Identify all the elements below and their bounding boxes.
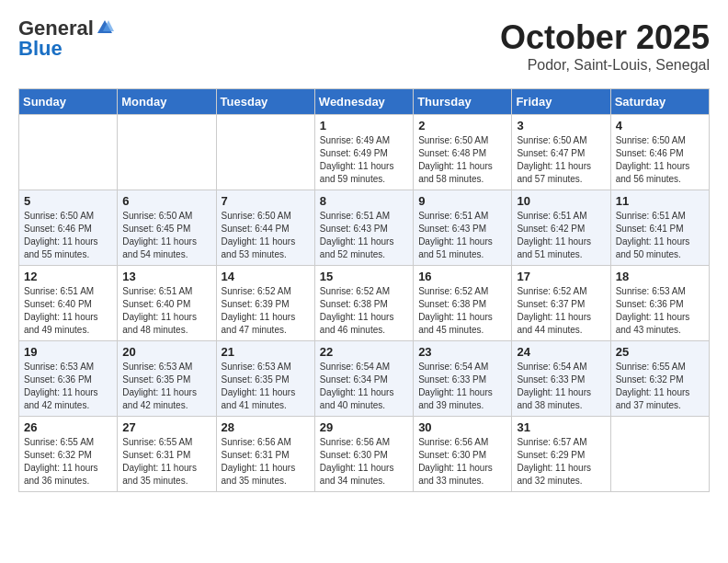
day-number: 20: [122, 345, 210, 359]
calendar-cell: 11Sunrise: 6:51 AM Sunset: 6:41 PM Dayli…: [610, 190, 709, 266]
calendar-cell: 15Sunrise: 6:52 AM Sunset: 6:38 PM Dayli…: [314, 266, 413, 341]
day-number: 7: [222, 194, 310, 208]
day-number: 5: [24, 194, 112, 208]
day-info: Sunrise: 6:57 AM Sunset: 6:29 PM Dayligh…: [517, 436, 605, 488]
day-info: Sunrise: 6:51 AM Sunset: 6:41 PM Dayligh…: [616, 210, 704, 261]
day-info: Sunrise: 6:55 AM Sunset: 6:31 PM Dayligh…: [122, 436, 210, 488]
calendar-cell: [19, 115, 118, 190]
calendar-week-row: 26Sunrise: 6:55 AM Sunset: 6:32 PM Dayli…: [19, 417, 710, 492]
day-info: Sunrise: 6:54 AM Sunset: 6:34 PM Dayligh…: [320, 361, 408, 412]
day-info: Sunrise: 6:52 AM Sunset: 6:39 PM Dayligh…: [222, 285, 310, 337]
location-subtitle: Podor, Saint-Louis, Senegal: [500, 57, 710, 74]
day-number: 6: [122, 194, 210, 208]
day-info: Sunrise: 6:51 AM Sunset: 6:40 PM Dayligh…: [122, 285, 210, 337]
day-number: 8: [320, 194, 408, 208]
calendar-cell: [610, 417, 709, 492]
calendar-header-row: SundayMondayTuesdayWednesdayThursdayFrid…: [19, 89, 710, 115]
weekday-header: Wednesday: [314, 89, 413, 115]
calendar-week-row: 12Sunrise: 6:51 AM Sunset: 6:40 PM Dayli…: [19, 266, 710, 341]
day-info: Sunrise: 6:49 AM Sunset: 6:49 PM Dayligh…: [320, 134, 408, 186]
weekday-header: Tuesday: [216, 89, 314, 115]
day-number: 11: [616, 194, 704, 208]
calendar-cell: 26Sunrise: 6:55 AM Sunset: 6:32 PM Dayli…: [19, 417, 118, 492]
calendar-cell: 21Sunrise: 6:53 AM Sunset: 6:35 PM Dayli…: [216, 341, 314, 417]
day-number: 27: [122, 420, 210, 434]
calendar-cell: 19Sunrise: 6:53 AM Sunset: 6:36 PM Dayli…: [19, 341, 118, 417]
day-info: Sunrise: 6:56 AM Sunset: 6:30 PM Dayligh…: [418, 436, 506, 488]
day-number: 29: [320, 420, 408, 434]
calendar-week-row: 19Sunrise: 6:53 AM Sunset: 6:36 PM Dayli…: [19, 341, 710, 417]
calendar-cell: [216, 115, 314, 190]
day-number: 3: [517, 119, 605, 132]
day-number: 15: [320, 270, 408, 283]
day-info: Sunrise: 6:51 AM Sunset: 6:43 PM Dayligh…: [320, 210, 408, 261]
day-info: Sunrise: 6:51 AM Sunset: 6:43 PM Dayligh…: [418, 210, 506, 261]
day-number: 30: [418, 420, 506, 434]
calendar-cell: 7Sunrise: 6:50 AM Sunset: 6:44 PM Daylig…: [216, 190, 314, 266]
title-block: October 2025 Podor, Saint-Louis, Senegal: [500, 18, 710, 74]
day-number: 4: [616, 119, 704, 132]
day-number: 9: [418, 194, 506, 208]
calendar-cell: 12Sunrise: 6:51 AM Sunset: 6:40 PM Dayli…: [19, 266, 118, 341]
calendar-week-row: 1Sunrise: 6:49 AM Sunset: 6:49 PM Daylig…: [19, 115, 710, 190]
logo-general-text: General: [18, 18, 94, 39]
day-info: Sunrise: 6:53 AM Sunset: 6:36 PM Dayligh…: [616, 285, 704, 337]
calendar-cell: 3Sunrise: 6:50 AM Sunset: 6:47 PM Daylig…: [512, 115, 610, 190]
day-info: Sunrise: 6:56 AM Sunset: 6:31 PM Dayligh…: [222, 436, 310, 488]
logo-icon: [96, 18, 114, 37]
day-info: Sunrise: 6:52 AM Sunset: 6:38 PM Dayligh…: [320, 285, 408, 337]
day-number: 28: [222, 420, 310, 434]
day-info: Sunrise: 6:50 AM Sunset: 6:47 PM Dayligh…: [517, 134, 605, 186]
calendar-cell: 4Sunrise: 6:50 AM Sunset: 6:46 PM Daylig…: [610, 115, 709, 190]
weekday-header: Friday: [512, 89, 610, 115]
day-info: Sunrise: 6:50 AM Sunset: 6:45 PM Dayligh…: [122, 210, 210, 261]
calendar-cell: 24Sunrise: 6:54 AM Sunset: 6:33 PM Dayli…: [512, 341, 610, 417]
day-number: 2: [418, 119, 506, 132]
day-number: 24: [517, 345, 605, 359]
calendar-cell: 10Sunrise: 6:51 AM Sunset: 6:42 PM Dayli…: [512, 190, 610, 266]
weekday-header: Monday: [118, 89, 216, 115]
calendar-cell: 23Sunrise: 6:54 AM Sunset: 6:33 PM Dayli…: [414, 341, 512, 417]
day-number: 23: [418, 345, 506, 359]
day-info: Sunrise: 6:52 AM Sunset: 6:37 PM Dayligh…: [517, 285, 605, 337]
day-number: 1: [320, 119, 408, 132]
calendar-cell: 29Sunrise: 6:56 AM Sunset: 6:30 PM Dayli…: [314, 417, 413, 492]
weekday-header: Saturday: [610, 89, 709, 115]
day-number: 14: [222, 270, 310, 283]
day-number: 18: [616, 270, 704, 283]
day-number: 22: [320, 345, 408, 359]
calendar-cell: 1Sunrise: 6:49 AM Sunset: 6:49 PM Daylig…: [314, 115, 413, 190]
calendar-cell: 9Sunrise: 6:51 AM Sunset: 6:43 PM Daylig…: [414, 190, 512, 266]
day-info: Sunrise: 6:50 AM Sunset: 6:46 PM Dayligh…: [616, 134, 704, 186]
day-info: Sunrise: 6:53 AM Sunset: 6:36 PM Dayligh…: [24, 361, 112, 412]
day-info: Sunrise: 6:55 AM Sunset: 6:32 PM Dayligh…: [24, 436, 112, 488]
calendar-cell: [118, 115, 216, 190]
day-number: 21: [222, 345, 310, 359]
calendar-cell: 25Sunrise: 6:55 AM Sunset: 6:32 PM Dayli…: [610, 341, 709, 417]
calendar-cell: 5Sunrise: 6:50 AM Sunset: 6:46 PM Daylig…: [19, 190, 118, 266]
calendar-cell: 8Sunrise: 6:51 AM Sunset: 6:43 PM Daylig…: [314, 190, 413, 266]
page-header: General Blue October 2025 Podor, Saint-L…: [18, 18, 710, 74]
calendar-cell: 13Sunrise: 6:51 AM Sunset: 6:40 PM Dayli…: [118, 266, 216, 341]
day-info: Sunrise: 6:50 AM Sunset: 6:48 PM Dayligh…: [418, 134, 506, 186]
day-number: 31: [517, 420, 605, 434]
calendar-cell: 17Sunrise: 6:52 AM Sunset: 6:37 PM Dayli…: [512, 266, 610, 341]
calendar-table: SundayMondayTuesdayWednesdayThursdayFrid…: [18, 88, 710, 492]
calendar-cell: 30Sunrise: 6:56 AM Sunset: 6:30 PM Dayli…: [414, 417, 512, 492]
calendar-cell: 16Sunrise: 6:52 AM Sunset: 6:38 PM Dayli…: [414, 266, 512, 341]
weekday-header: Sunday: [19, 89, 118, 115]
day-info: Sunrise: 6:51 AM Sunset: 6:42 PM Dayligh…: [517, 210, 605, 261]
day-number: 25: [616, 345, 704, 359]
calendar-cell: 31Sunrise: 6:57 AM Sunset: 6:29 PM Dayli…: [512, 417, 610, 492]
day-info: Sunrise: 6:53 AM Sunset: 6:35 PM Dayligh…: [222, 361, 310, 412]
calendar-cell: 28Sunrise: 6:56 AM Sunset: 6:31 PM Dayli…: [216, 417, 314, 492]
calendar-cell: 27Sunrise: 6:55 AM Sunset: 6:31 PM Dayli…: [118, 417, 216, 492]
day-info: Sunrise: 6:54 AM Sunset: 6:33 PM Dayligh…: [517, 361, 605, 412]
day-info: Sunrise: 6:53 AM Sunset: 6:35 PM Dayligh…: [122, 361, 210, 412]
day-info: Sunrise: 6:54 AM Sunset: 6:33 PM Dayligh…: [418, 361, 506, 412]
weekday-header: Thursday: [414, 89, 512, 115]
day-info: Sunrise: 6:51 AM Sunset: 6:40 PM Dayligh…: [24, 285, 112, 337]
day-info: Sunrise: 6:52 AM Sunset: 6:38 PM Dayligh…: [418, 285, 506, 337]
day-number: 17: [517, 270, 605, 283]
calendar-cell: 22Sunrise: 6:54 AM Sunset: 6:34 PM Dayli…: [314, 341, 413, 417]
